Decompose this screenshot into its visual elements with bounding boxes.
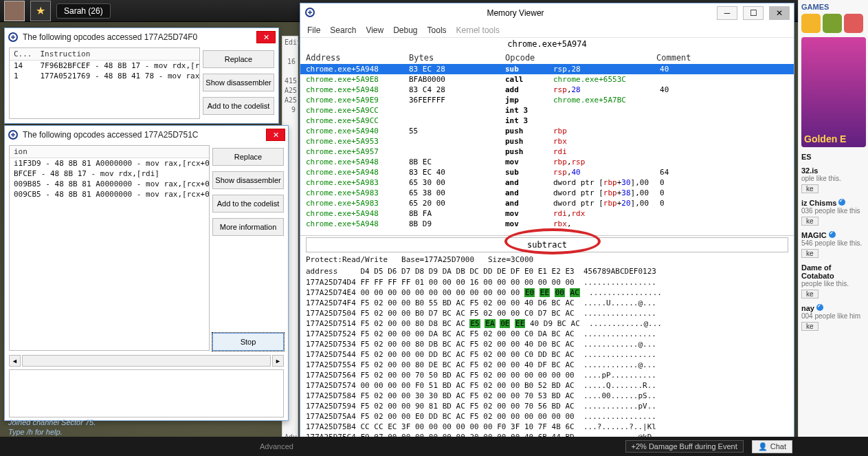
- disasm-row[interactable]: chrome.exe+5A9E936FEFFFFjmpchrome.exe+5A…: [300, 95, 794, 105]
- disasm-row[interactable]: chrome.exe+5A98365 30 00anddword ptr [rb…: [300, 177, 794, 188]
- opcode-window-1: The following opcodes accessed 177A25D74…: [4, 28, 279, 124]
- rank-icon[interactable]: ★: [30, 1, 51, 21]
- like-button[interactable]: ke: [801, 184, 819, 193]
- opcode2-row[interactable]: i1F3D9 - 48 8B 81 A0000000 - mov rax,[rc…: [10, 158, 210, 169]
- hex-row[interactable]: 177A25D75A4 F5 02 00 00 E0 DD BC AC F5 0…: [306, 411, 788, 422]
- like-button[interactable]: ke: [801, 249, 819, 258]
- game-thumb-1[interactable]: [801, 14, 821, 33]
- hex-row[interactable]: 177A25D7574 00 00 00 00 F0 51 BD AC F5 0…: [306, 380, 788, 391]
- opcode2-row[interactable]: BFCEF - 48 8B 17 - mov rdx,[rdi]: [10, 169, 210, 179]
- opcode1-addcode-button[interactable]: Add to the codelist: [203, 97, 274, 115]
- menu-view[interactable]: View: [366, 25, 383, 35]
- memview-address-line[interactable]: chrome.exe+5A974: [300, 38, 794, 52]
- scroll-right-icon[interactable]: ►: [272, 355, 284, 367]
- hex-row[interactable]: 177A25D7514 F5 02 00 00 80 D8 BC AC E5 E…: [306, 318, 788, 329]
- disasm-row[interactable]: chrome.exe+5A98365 20 00anddword ptr [rb…: [300, 198, 794, 208]
- disasm-row[interactable]: chrome.exe+5A957pushrdi: [300, 146, 794, 157]
- like-button[interactable]: ke: [801, 322, 819, 331]
- menu-file[interactable]: File: [307, 25, 320, 35]
- opcode1-list[interactable]: C... Instruction 147F96B2BFCEF - 48 8B 1…: [9, 47, 200, 119]
- disasm-row[interactable]: chrome.exe+5A9488B FAmovrdi,rdx: [300, 208, 794, 219]
- game-thumb-3[interactable]: [844, 14, 863, 33]
- hex-row[interactable]: 177A25D7564 F5 02 00 00 70 50 BD AC F5 0…: [306, 370, 788, 380]
- section-title[interactable]: iz Chisms: [801, 199, 865, 207]
- like-button[interactable]: ke: [801, 290, 819, 298]
- disasm-row[interactable]: chrome.exe+5A94883 EC 40subrsp,4064: [300, 167, 794, 177]
- opcode1-close-button[interactable]: ✕: [256, 31, 276, 43]
- buff-banner[interactable]: +2% Damage Buff during Event: [625, 440, 744, 453]
- col-opcode[interactable]: Opcode: [505, 53, 553, 63]
- section-title[interactable]: nay: [801, 304, 865, 312]
- opcode1-row[interactable]: 1177A0521769 - 48 8B 41 78 - mov rax,[rc…: [10, 71, 200, 81]
- menu-kernel-tools[interactable]: Kernel tools: [456, 25, 500, 35]
- opcode2-close-button[interactable]: ✕: [266, 129, 285, 141]
- disasm-row[interactable]: chrome.exe+5A98365 38 00anddword ptr [rb…: [300, 188, 794, 198]
- col-comment[interactable]: Comment: [656, 53, 788, 63]
- opcode2-moreinfo-button[interactable]: More information: [212, 218, 284, 236]
- opcode2-row[interactable]: 009CB5 - 48 8B 81 A0000000 - mov rax,[rc…: [10, 189, 210, 199]
- disasm-row[interactable]: chrome.exe+5A9E8BFAB0000callchrome.exe+6…: [300, 74, 794, 85]
- opcode1-replace-button[interactable]: Replace: [203, 50, 274, 68]
- disasm-row[interactable]: chrome.exe+5A94883 EC 28subrsp,2840: [300, 64, 794, 74]
- menu-tools[interactable]: Tools: [427, 25, 447, 35]
- disasm-row[interactable]: chrome.exe+5A9CCint 3: [300, 105, 794, 116]
- advanced-label[interactable]: Advanced: [260, 442, 293, 450]
- disasm-row[interactable]: chrome.exe+5A9488B D9movrbx,: [300, 219, 794, 229]
- game-thumb-2[interactable]: [823, 14, 842, 33]
- opcode2-hscroll[interactable]: ◄ ►: [9, 355, 284, 367]
- col-bytes[interactable]: Bytes: [409, 53, 505, 63]
- chat-button[interactable]: 👤 Chat: [752, 440, 792, 453]
- opcode2-stop-button[interactable]: Stop: [212, 333, 284, 351]
- comment-input[interactable]: [307, 240, 788, 250]
- opcode1-col-count[interactable]: C...: [10, 48, 36, 61]
- scroll-left-icon[interactable]: ◄: [9, 355, 21, 367]
- hex-view[interactable]: 177A25D74D4 FF FF FF FF 01 00 00 00 16 0…: [300, 277, 794, 438]
- disasm-row[interactable]: chrome.exe+5A9CCint 3: [300, 116, 794, 126]
- hex-row[interactable]: 177A25D74D4 FF FF FF FF 01 00 00 00 16 0…: [306, 277, 788, 287]
- hex-row[interactable]: 177A25D7594 F5 02 00 00 90 81 BD AC F5 0…: [306, 401, 788, 411]
- hex-row[interactable]: 177A25D74F4 F5 02 00 00 B0 55 BD AC F5 0…: [306, 298, 788, 308]
- section-title[interactable]: ES: [801, 153, 865, 161]
- hex-row[interactable]: 177A25D7504 F5 02 00 00 B0 D7 BC AC F5 0…: [306, 308, 788, 318]
- disasm-row[interactable]: chrome.exe+5A94883 C4 28addrsp,2840: [300, 85, 794, 95]
- opcode2-replace-button[interactable]: Replace: [212, 148, 284, 166]
- memview-min-button[interactable]: ─: [717, 6, 737, 20]
- opcode2-row[interactable]: 009B85 - 48 8B 81 A0000000 - mov rax,[rc…: [10, 179, 210, 189]
- memview-close-button[interactable]: ✕: [769, 6, 790, 20]
- disasm-view[interactable]: chrome.exe+5A94883 EC 28subrsp,2840chrom…: [300, 64, 794, 236]
- col-address[interactable]: Address: [306, 53, 409, 63]
- disasm-header: Address Bytes Opcode Comment: [300, 52, 794, 64]
- opcode2-addcode-button[interactable]: Add to the codelist: [212, 195, 284, 213]
- hex-row[interactable]: 177A25D7534 F5 02 00 00 80 DB BC AC F5 0…: [306, 339, 788, 349]
- hex-row[interactable]: 177A25D75B4 CC CC EC 3F 00 00 00 00 00 0…: [306, 422, 788, 432]
- opcode1-col-instr[interactable]: Instruction: [36, 48, 201, 61]
- disasm-row[interactable]: chrome.exe+5A9488B ECmovrbp,rsp: [300, 157, 794, 167]
- memview-max-button[interactable]: ☐: [743, 6, 764, 20]
- section-title[interactable]: Dame of Cotabato: [801, 263, 865, 280]
- opcode2-titlebar[interactable]: The following opcodes accessed 177A25D75…: [5, 126, 288, 144]
- opcode1-showdis-button[interactable]: Show disassembler: [203, 74, 274, 91]
- memview-titlebar[interactable]: Memory Viewer ─ ☐ ✕: [300, 3, 794, 23]
- hex-row[interactable]: 177A25D7524 F5 02 00 00 00 DA BC AC F5 0…: [306, 329, 788, 339]
- ad-slot-machine[interactable]: Golden E: [801, 37, 866, 147]
- hex-row[interactable]: 177A25D74E4 00 00 00 00 00 00 00 00 00 0…: [306, 287, 788, 298]
- verified-icon: [816, 304, 823, 311]
- like-button[interactable]: ke: [801, 217, 819, 226]
- section-title[interactable]: MAGIC: [801, 231, 865, 239]
- hex-row[interactable]: 177A25D7584 F5 02 00 00 30 30 BD AC F5 0…: [306, 391, 788, 401]
- disasm-row[interactable]: chrome.exe+5A953pushrbx: [300, 136, 794, 146]
- player-name[interactable]: Sarah (26): [56, 3, 111, 19]
- opcode2-col-instr[interactable]: ion: [10, 146, 210, 158]
- menu-debug[interactable]: Debug: [393, 25, 417, 35]
- avatar[interactable]: [4, 1, 25, 21]
- section-title[interactable]: 32.is: [801, 166, 865, 175]
- disasm-row[interactable]: chrome.exe+5A94055pushrbp: [300, 126, 794, 136]
- opcode2-hexdump[interactable]: [9, 369, 284, 417]
- hex-row[interactable]: 177A25D7554 F5 02 00 00 80 DE BC AC F5 0…: [306, 360, 788, 370]
- hex-row[interactable]: 177A25D7544 F5 02 00 00 00 DD BC AC F5 0…: [306, 349, 788, 360]
- menu-search[interactable]: Search: [330, 25, 356, 35]
- opcode1-titlebar[interactable]: The following opcodes accessed 177A25D74…: [5, 28, 278, 46]
- opcode1-row[interactable]: 147F96B2BFCEF - 48 8B 17 - mov rdx,[rdi]: [10, 61, 200, 72]
- opcode2-list[interactable]: ion i1F3D9 - 48 8B 81 A0000000 - mov rax…: [9, 145, 210, 351]
- opcode2-showdis-button[interactable]: Show disassembler: [212, 171, 284, 189]
